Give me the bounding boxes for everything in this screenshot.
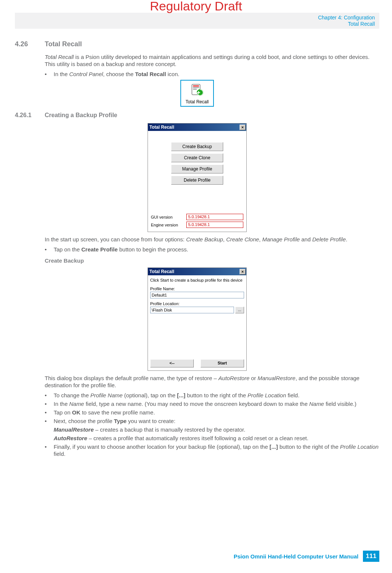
t: field, type a new name. (You may need to…	[84, 401, 309, 407]
bullet-marker: •	[45, 71, 54, 78]
bullet-marker: •	[45, 246, 54, 253]
create-clone-button[interactable]: Create Clone	[171, 153, 223, 162]
svg-rect-2	[193, 87, 199, 88]
t: Type	[114, 418, 127, 424]
bullet-choose-type: • Next, choose the profile Type you want…	[45, 417, 379, 425]
bullet-marker: •	[45, 409, 54, 416]
t: Profile Name	[90, 392, 123, 398]
browse-button[interactable]: ...	[235, 307, 244, 313]
bullet-choose-location: • Finally, if you want to choose another…	[45, 443, 379, 457]
t: field.	[54, 451, 66, 457]
t: you want to create:	[127, 418, 176, 424]
svg-rect-3	[193, 89, 197, 90]
dialog-message: Click Start to create a backup profile f…	[150, 278, 244, 283]
create-backup-button[interactable]: Create Backup	[171, 142, 223, 151]
t: .	[346, 236, 347, 242]
bullet-marker: •	[45, 417, 54, 425]
bullet-marker: •	[45, 443, 54, 457]
t: button to begin the process.	[118, 246, 188, 253]
t: Create Backup	[186, 236, 223, 242]
close-button[interactable]: ×	[240, 269, 246, 275]
t: ,	[223, 236, 226, 242]
t: [...]	[269, 444, 278, 450]
t: ,	[259, 236, 262, 242]
section-title: Total Recall	[45, 40, 82, 48]
profile-location-label: Profile Location:	[150, 301, 244, 306]
t: – creates a backup that is manually rest…	[94, 426, 246, 433]
t: AutoRestore	[218, 375, 249, 381]
t: (optional), tap on the	[123, 392, 177, 398]
t: or	[250, 375, 258, 381]
footer-text: Psion Omnii Hand-Held Computer User Manu…	[234, 553, 358, 560]
bullet-text: To change the Profile Name (optional), t…	[54, 392, 379, 399]
bullet-text: Tap on the Create Profile button to begi…	[54, 246, 379, 253]
profile-name-input[interactable]	[150, 292, 244, 298]
options-paragraph: In the start up screen, you can choose f…	[45, 236, 379, 243]
header-chapter: Chapter 4: Configuration	[318, 15, 375, 21]
total-recall-main-dialog: Total Recall × Create Backup Create Clon…	[148, 123, 247, 232]
footer: Psion Omnii Hand-Held Computer User Manu…	[234, 551, 379, 562]
bullet-text: In the Control Panel, choose the Total R…	[54, 71, 379, 78]
dialog-title: Total Recall	[149, 269, 174, 274]
engine-version-label: Engine version	[151, 223, 186, 227]
close-button[interactable]: ×	[240, 125, 246, 130]
back-button[interactable]: <--	[150, 359, 194, 367]
total-recall-icon-figure: Total Recall	[180, 80, 214, 107]
t: to save the new profile name.	[80, 409, 155, 416]
icon-label: Total Recall	[183, 99, 212, 104]
start-button[interactable]: Start	[200, 359, 244, 367]
manage-profile-button[interactable]: Manage Profile	[171, 165, 223, 173]
engine-version-value: 5.0.19428.1	[186, 222, 243, 228]
svg-rect-1	[193, 85, 199, 87]
page-number: 111	[363, 551, 379, 562]
t: Next, choose the profile	[54, 418, 114, 424]
t: Name	[69, 401, 84, 407]
t: Control Panel	[69, 71, 103, 77]
main-content: 4.26 Total Recall Total Recall is a Psio…	[15, 40, 379, 459]
t: Manage Profile	[262, 236, 300, 242]
t: In the start up screen, you can choose f…	[45, 236, 186, 242]
header-text: Chapter 4: Configuration Total Recall	[318, 15, 375, 27]
gui-version-label: GUI version	[151, 215, 186, 219]
t: AutoRestore	[54, 435, 87, 441]
bullet-text: Tap on OK to save the new profile name.	[54, 409, 379, 416]
version-info: GUI version 5.0.19428.1 Engine version 5…	[151, 212, 243, 228]
t: – creates a profile that automatically r…	[87, 435, 309, 441]
t: [...]	[177, 392, 186, 398]
t: Create Clone	[226, 236, 259, 242]
t: button to the right of the	[278, 444, 340, 450]
t: In the	[54, 71, 69, 77]
section-number: 4.26	[15, 40, 45, 48]
t: This dialog box displays the default pro…	[45, 375, 218, 381]
intro-paragraph: Total Recall is a Psion utility develope…	[45, 53, 379, 68]
t: Tap on	[54, 409, 72, 416]
bullet-marker: •	[45, 392, 54, 399]
dialog-body: Click Start to create a backup profile f…	[148, 275, 246, 370]
create-backup-dialog: Total Recall × Click Start to create a b…	[148, 267, 247, 371]
t: In the	[54, 401, 69, 407]
dialog-titlebar: Total Recall ×	[148, 123, 246, 131]
gui-version-value: 5.0.19428.1	[186, 214, 243, 220]
auto-restore-desc: AutoRestore – creates a profile that aut…	[54, 435, 379, 442]
delete-profile-button[interactable]: Delete Profile	[171, 176, 223, 185]
t: and	[300, 236, 312, 242]
t: To change the	[54, 392, 90, 398]
t: field visible.)	[324, 401, 357, 407]
dialog-desc-paragraph: This dialog box displays the default pro…	[45, 375, 379, 389]
bullet-text: In the Name field, type a new name. (You…	[54, 400, 379, 407]
manual-restore-desc: ManualRestore – creates a backup that is…	[54, 426, 379, 433]
bullet-tap-create-profile: • Tap on the Create Profile button to be…	[45, 246, 379, 253]
profile-name-label: Profile Name:	[150, 286, 244, 291]
t: Tap on the	[54, 246, 81, 253]
header-bar: Chapter 4: Configuration Total Recall	[15, 13, 379, 29]
t: , choose the	[103, 71, 135, 77]
text: is a Psion utility developed to maintain…	[45, 54, 370, 67]
bullet-change-profile-name: • To change the Profile Name (optional),…	[45, 392, 379, 399]
t: field.	[286, 392, 300, 398]
profile-location-input[interactable]	[150, 307, 234, 313]
t: ManualRestore	[54, 426, 94, 433]
section-4-26-heading: 4.26 Total Recall	[15, 40, 379, 48]
subsection-number: 4.26.1	[15, 112, 45, 119]
text: Total Recall	[45, 54, 74, 60]
create-backup-subhead: Create Backup	[45, 257, 379, 264]
